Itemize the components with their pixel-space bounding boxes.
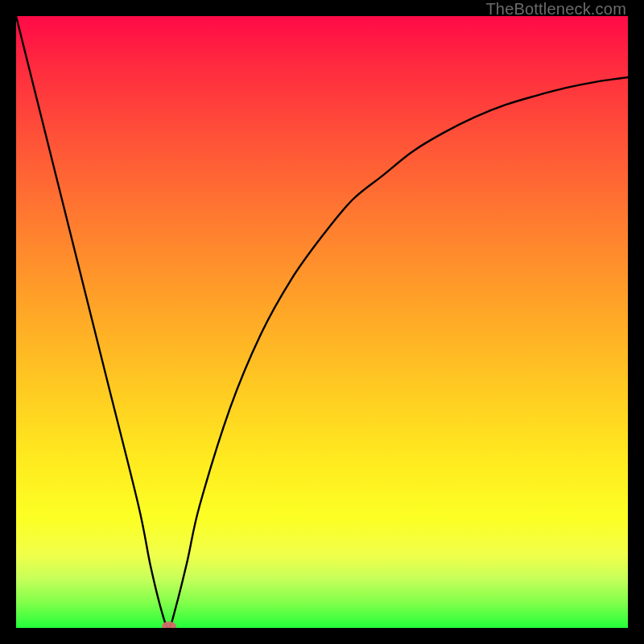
- plot-area: [16, 16, 628, 628]
- watermark-text: TheBottleneck.com: [485, 0, 626, 19]
- curve-svg: [16, 16, 628, 628]
- chart-frame: TheBottleneck.com: [0, 0, 644, 644]
- bottleneck-curve: [16, 16, 628, 628]
- minimum-marker: [162, 621, 176, 628]
